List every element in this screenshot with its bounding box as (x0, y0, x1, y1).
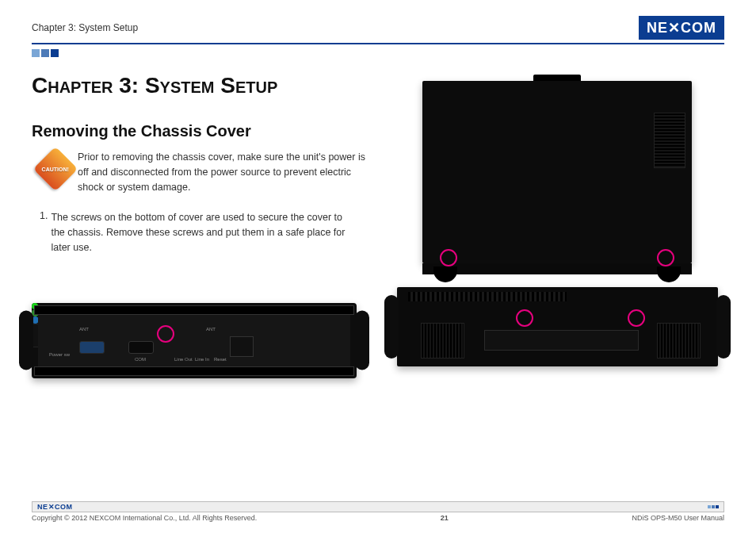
top-vent-icon (408, 292, 567, 301)
step-text: The screws on the bottom of cover are us… (51, 210, 350, 255)
screw-marker-icon (628, 309, 645, 327)
footer-logo: NE✕COM (37, 503, 73, 511)
right-column (390, 73, 724, 378)
fan-vent-icon (654, 113, 685, 168)
step-1: 1. The screws on the bottom of cover are… (40, 210, 366, 255)
page-footer: NE✕COM Copyright © 2012 NEXCOM Internati… (32, 501, 724, 522)
ant2-label: ANT (206, 327, 216, 332)
caution-label: CAUTION! (42, 167, 69, 172)
linein-label: Line In (195, 357, 209, 362)
grill-icon (657, 323, 701, 359)
screw-marker-icon (157, 325, 174, 343)
screw-marker-icon (516, 309, 533, 327)
device-top-view (422, 81, 692, 263)
main-content: Chapter 3: System Setup Removing the Cha… (32, 73, 724, 378)
device-back-view (397, 287, 718, 366)
caution-block: CAUTION! Prior to removing the chassis c… (40, 150, 366, 194)
section-heading: Removing the Chassis Cover (32, 122, 366, 140)
screw-marker-icon (657, 249, 674, 266)
left-column: Chapter 3: System Setup Removing the Cha… (32, 73, 366, 378)
lineout-label: Line Out (174, 357, 193, 362)
edge-connector-icon (484, 330, 639, 351)
page-number: 21 (441, 514, 449, 522)
breadcrumb: Chapter 3: System Setup (32, 22, 138, 33)
doc-title: NDiS OPS-M50 User Manual (632, 514, 724, 522)
decorative-squares (32, 49, 724, 57)
com-label: COM (135, 357, 146, 362)
caution-icon: CAUTION! (33, 147, 78, 192)
footer-bar: NE✕COM (32, 501, 724, 512)
chapter-title: Chapter 3: System Setup (32, 73, 366, 98)
brand-logo: NE✕COM (639, 16, 724, 40)
ant1-label: ANT (79, 327, 89, 332)
com-port-icon (128, 341, 154, 354)
reset-label: Reset (214, 357, 227, 362)
grill-icon (421, 323, 464, 359)
power-label: Power sw (49, 352, 70, 357)
page-header: Chapter 3: System Setup NE✕COM (32, 16, 724, 44)
caution-text: Prior to removing the chassis cover, mak… (78, 150, 366, 194)
lan-port-icon (230, 336, 254, 357)
step-number: 1. (40, 210, 48, 255)
device-front-view: Power sw ANT COM ANT Line Out Line In Re… (32, 303, 357, 378)
vga-port-icon (79, 341, 105, 354)
copyright-text: Copyright © 2012 NEXCOM International Co… (32, 514, 257, 522)
screw-marker-icon (440, 249, 457, 266)
